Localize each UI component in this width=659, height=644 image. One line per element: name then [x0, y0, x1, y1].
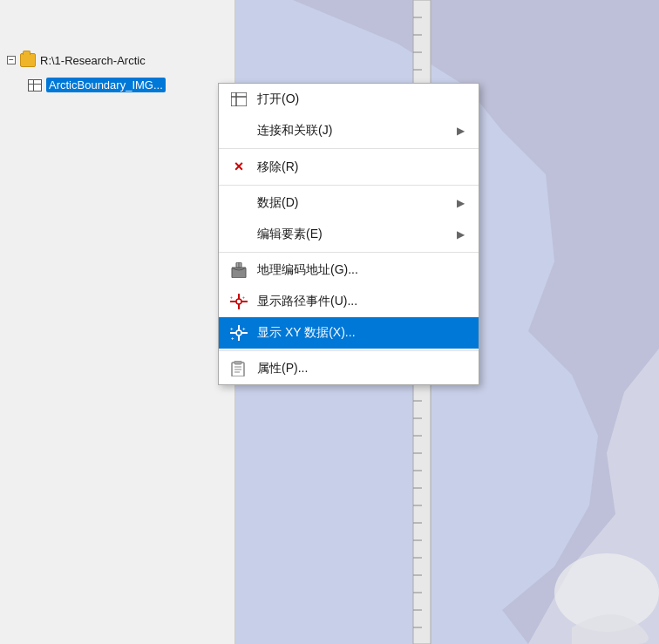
table-layer-icon	[28, 79, 42, 92]
separator-1	[219, 148, 479, 149]
layer-label: ArcticBoundary_IMG...	[46, 78, 166, 92]
menu-item-remove[interactable]: × 移除(R)	[219, 151, 479, 183]
separator-3	[219, 252, 479, 253]
remove-icon: ×	[229, 158, 248, 176]
menu-item-geocode[interactable]: 地理编码地址(G)...	[219, 254, 479, 286]
menu-item-route[interactable]: + + 显示路径事件(U)...	[219, 286, 479, 317]
menu-item-properties[interactable]: 属性(P)...	[219, 353, 479, 384]
menu-route-label: 显示路径事件(U)...	[257, 294, 465, 309]
properties-icon	[229, 361, 248, 376]
svg-text:+: +	[230, 326, 234, 331]
menu-remove-label: 移除(R)	[257, 159, 465, 175]
menu-item-open[interactable]: 打开(O)	[219, 84, 479, 115]
svg-point-1	[554, 553, 659, 632]
svg-text:+: +	[242, 326, 246, 331]
context-menu: 打开(O) 连接和关联(J) ▶ × 移除(R) 数据(D) ▶ 编辑要素(E)…	[218, 83, 479, 385]
svg-point-47	[236, 299, 241, 304]
menu-item-connect[interactable]: 连接和关联(J) ▶	[219, 115, 479, 146]
menu-properties-label: 属性(P)...	[257, 361, 465, 376]
tree-collapse-icon[interactable]: −	[7, 56, 16, 64]
svg-point-52	[236, 330, 241, 336]
svg-text:+: +	[231, 336, 234, 341]
menu-edit-label: 编辑要素(E)	[257, 227, 448, 242]
sidebar-panel: − R:\1-Research-Arctic ArcticBoundary_IM…	[0, 0, 235, 644]
geocode-icon	[229, 262, 248, 278]
menu-item-xy[interactable]: + + + 显示 XY 数据(X)...	[219, 317, 479, 349]
svg-rect-57	[234, 361, 241, 364]
separator-4	[219, 350, 479, 351]
svg-text:+: +	[242, 295, 245, 300]
svg-rect-39	[231, 92, 247, 106]
svg-text:+: +	[230, 295, 233, 300]
tree-root-item[interactable]: − R:\1-Research-Arctic	[0, 48, 234, 72]
folder-icon	[20, 53, 36, 67]
route-icon: + +	[229, 294, 248, 309]
connect-arrow: ▶	[457, 125, 465, 137]
menu-geocode-label: 地理编码地址(G)...	[257, 262, 465, 278]
menu-item-edit[interactable]: 编辑要素(E) ▶	[219, 219, 479, 250]
folder-label: R:\1-Research-Arctic	[40, 54, 146, 67]
menu-xy-label: 显示 XY 数据(X)...	[257, 325, 465, 341]
data-arrow: ▶	[457, 197, 465, 209]
table-menu-icon	[229, 92, 248, 106]
menu-item-data[interactable]: 数据(D) ▶	[219, 187, 479, 219]
edit-arrow: ▶	[457, 228, 465, 241]
menu-data-label: 数据(D)	[257, 195, 448, 211]
tree-child-item[interactable]: ArcticBoundary_IMG...	[0, 72, 234, 98]
xy-icon: + + +	[229, 325, 248, 341]
menu-open-label: 打开(O)	[257, 92, 465, 107]
menu-connect-label: 连接和关联(J)	[257, 123, 448, 139]
separator-2	[219, 185, 479, 186]
